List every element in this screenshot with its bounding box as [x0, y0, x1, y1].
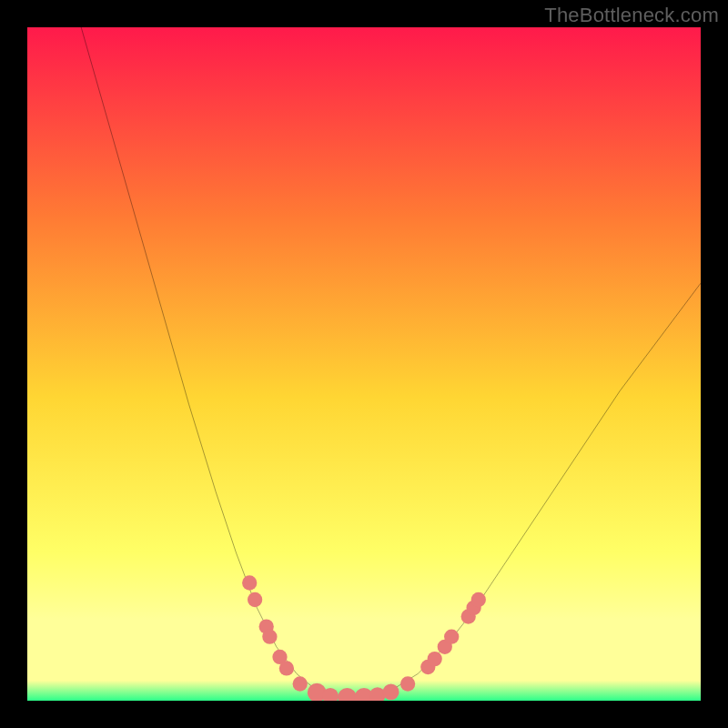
data-point [383, 684, 399, 701]
data-point [444, 630, 459, 644]
data-point [471, 592, 486, 607]
data-point [248, 592, 262, 607]
data-point [428, 652, 442, 666]
watermark-label: TheBottleneck.com [544, 4, 719, 27]
data-point [400, 676, 415, 691]
gradient-background [27, 27, 701, 701]
chart-plot [27, 27, 701, 701]
data-point [242, 575, 257, 590]
data-point [279, 661, 294, 675]
data-point [262, 630, 277, 644]
data-point [293, 676, 308, 691]
chart-frame: TheBottleneck.com [0, 0, 728, 728]
